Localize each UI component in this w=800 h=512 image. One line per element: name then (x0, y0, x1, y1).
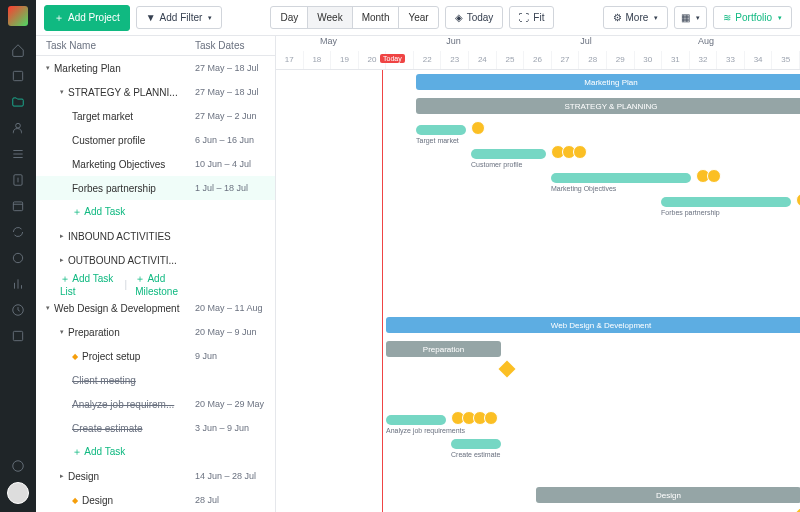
view-week[interactable]: Week (308, 7, 352, 28)
chart-icon[interactable] (10, 276, 26, 292)
gantt-bar[interactable]: Preparation (386, 341, 501, 357)
add-milestone-button[interactable]: ＋ Add Milestone (135, 272, 195, 297)
gantt-bar[interactable]: STRATEGY & PLANNING (416, 98, 800, 114)
task-row[interactable]: INBOUND ACTIVITIES (68, 231, 171, 242)
user-icon[interactable] (10, 120, 26, 136)
gantt-bar[interactable]: Target market (416, 125, 466, 135)
gantt-bar[interactable]: Create estimate (451, 439, 501, 449)
gantt-chart[interactable]: May Jun Jul Aug 171819202122232425262728… (276, 36, 800, 512)
gantt-bar[interactable]: Analyze job requirements (386, 415, 446, 425)
svg-point-4 (13, 253, 22, 262)
svg-rect-6 (13, 331, 22, 340)
col-dates-header: Task Dates (195, 40, 275, 51)
gantt-bar[interactable]: Forbes partnership (661, 197, 791, 207)
user-avatar[interactable] (7, 482, 29, 504)
add-filter-button[interactable]: ▼ Add Filter▾ (136, 6, 223, 29)
view-day[interactable]: Day (271, 7, 308, 28)
finance-icon[interactable] (10, 172, 26, 188)
more-button[interactable]: ⚙ More▾ (603, 6, 669, 29)
sync-icon[interactable] (10, 224, 26, 240)
nav-sidebar (0, 0, 36, 512)
add-task-list-button[interactable]: ＋ Add Task List (60, 272, 117, 297)
today-marker: Today (380, 54, 405, 63)
grid-icon[interactable] (10, 328, 26, 344)
layout-button[interactable]: ▦▾ (674, 6, 707, 29)
time-scale-segment: Day Week Month Year (270, 6, 438, 29)
task-row[interactable]: Design (82, 495, 113, 506)
task-row[interactable]: Forbes partnership (72, 183, 156, 194)
task-row[interactable]: Analyze job requirem... (72, 399, 174, 410)
projects-icon[interactable] (10, 68, 26, 84)
svg-point-1 (16, 123, 21, 128)
task-row[interactable]: Target market (72, 111, 133, 122)
gantt-bar[interactable]: Web Design & Development (386, 317, 800, 333)
task-row[interactable]: Customer profile (72, 135, 145, 146)
milestone-marker[interactable] (794, 507, 800, 512)
home-icon[interactable] (10, 42, 26, 58)
help-icon[interactable] (10, 458, 26, 474)
col-name-header: Task Name (36, 40, 195, 51)
task-row[interactable]: Marketing Objectives (72, 159, 165, 170)
svg-rect-3 (13, 202, 22, 211)
folder-icon[interactable] (10, 94, 26, 110)
view-year[interactable]: Year (399, 7, 437, 28)
task-row[interactable]: Design (68, 471, 99, 482)
calendar-icon[interactable] (10, 198, 26, 214)
today-button[interactable]: ◈ Today (445, 6, 504, 29)
task-row[interactable]: Preparation (68, 327, 120, 338)
time-icon[interactable] (10, 302, 26, 318)
svg-rect-0 (13, 71, 22, 80)
view-month[interactable]: Month (353, 7, 400, 28)
task-row[interactable]: Client meeting (72, 375, 136, 386)
task-list-panel: Task Name Task Dates ▾Marketing Plan27 M… (36, 36, 276, 512)
task-row[interactable]: Create estimate (72, 423, 143, 434)
app-logo[interactable] (8, 6, 28, 26)
task-row[interactable]: Web Design & Development (54, 303, 179, 314)
task-row[interactable]: STRATEGY & PLANNI... (68, 87, 178, 98)
add-task-button[interactable]: ＋ Add Task (72, 205, 125, 219)
list-icon[interactable] (10, 146, 26, 162)
gantt-bar[interactable]: Design (536, 487, 800, 503)
add-project-button[interactable]: ＋ Add Project (44, 5, 130, 31)
svg-point-7 (13, 461, 24, 472)
fit-button[interactable]: ⛶ Fit (509, 6, 554, 29)
task-row[interactable]: Marketing Plan (54, 63, 121, 74)
refresh-icon[interactable] (10, 250, 26, 266)
task-row[interactable]: OUTBOUND ACTIVITI... (68, 255, 177, 266)
add-task-button[interactable]: ＋ Add Task (72, 445, 125, 459)
portfolio-button[interactable]: ≋ Portfolio▾ (713, 6, 792, 29)
milestone-marker[interactable] (499, 361, 516, 378)
gantt-bar[interactable]: Marketing Plan (416, 74, 800, 90)
toolbar: ＋ Add Project ▼ Add Filter▾ Day Week Mon… (36, 0, 800, 36)
gantt-bar[interactable]: Customer profile (471, 149, 546, 159)
gantt-bar[interactable]: Marketing Objectives (551, 173, 691, 183)
task-row[interactable]: Project setup (82, 351, 140, 362)
